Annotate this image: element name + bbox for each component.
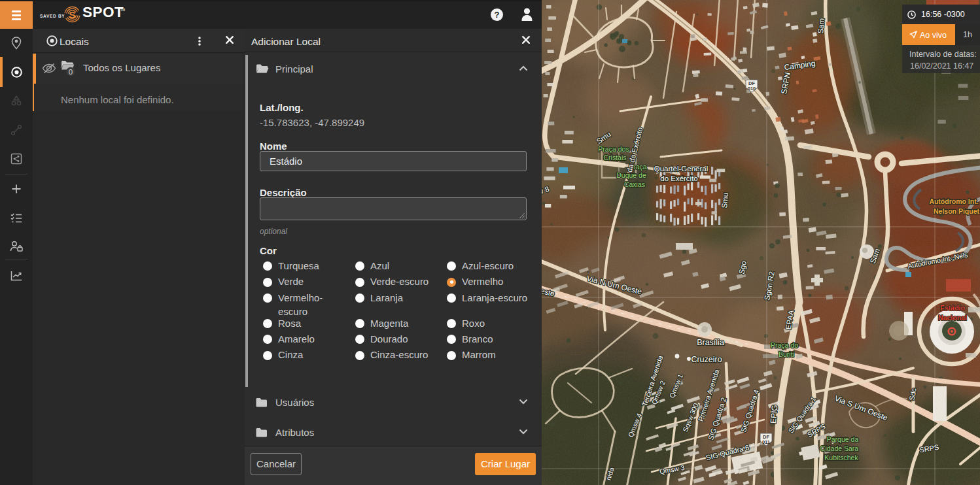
svg-text:EPIG: EPIG <box>769 405 779 424</box>
svg-text:Nelson Piquet: Nelson Piquet <box>934 207 980 215</box>
svg-text:Kubitschek: Kubitschek <box>824 454 858 461</box>
svg-text:Sam: Sam <box>816 18 826 34</box>
svg-text:do Exército: do Exército <box>660 175 698 182</box>
svg-text:Caxias: Caxias <box>624 180 645 188</box>
svg-text:Praça dos: Praça dos <box>598 145 629 153</box>
svg-text:Praça do: Praça do <box>771 341 798 349</box>
svg-text:S: S <box>69 9 75 20</box>
svg-text:Cidade Sara: Cidade Sara <box>820 444 859 452</box>
svg-text:Brasília: Brasília <box>697 338 724 347</box>
svg-text:0: 0 <box>69 68 73 76</box>
svg-text:Cristais: Cristais <box>603 154 626 161</box>
svg-text:Buriti: Buriti <box>779 350 794 358</box>
svg-text:Quartel-General: Quartel-General <box>654 165 708 173</box>
svg-text:010: 010 <box>748 86 756 92</box>
svg-text:Smu: Smu <box>720 192 729 209</box>
svg-text:Cruzeiro: Cruzeiro <box>691 355 722 364</box>
svg-text:?: ? <box>495 10 500 20</box>
svg-text:Parque da: Parque da <box>827 435 859 443</box>
svg-text:011: 011 <box>762 439 770 445</box>
svg-text:Nacional: Nacional <box>938 314 967 322</box>
svg-text:Autódromo Int.: Autódromo Int. <box>929 197 978 205</box>
svg-text:Estádio: Estádio <box>940 304 965 312</box>
